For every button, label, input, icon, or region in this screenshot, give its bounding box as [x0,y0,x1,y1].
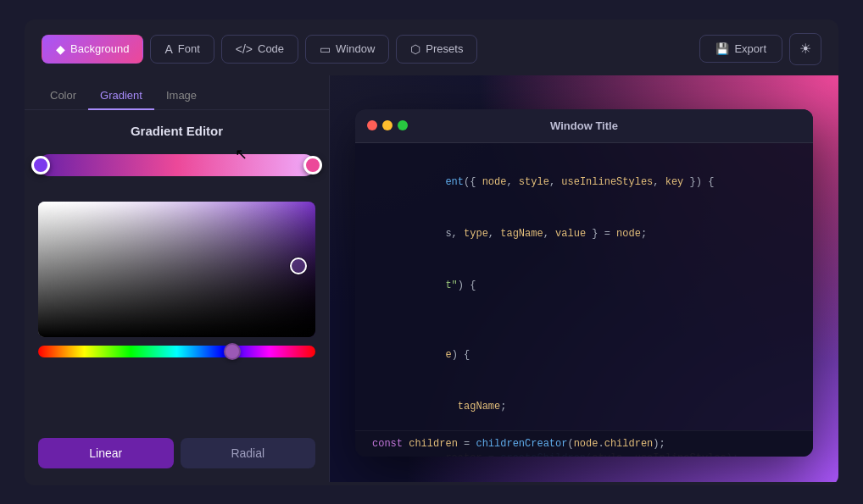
code-line-1: ent({ node, style, useInlineStyles, key … [372,157,796,208]
code-icon: </> [236,42,253,56]
presets-button[interactable]: ⬡ Presets [396,35,477,64]
gradient-stop-right[interactable] [303,156,322,174]
window-button[interactable]: ▭ Window [305,35,389,64]
code-content: ent({ node, style, useInlineStyles, key … [355,143,813,457]
font-icon: A [164,42,172,56]
code-button[interactable]: </> Code [221,35,298,64]
gradient-editor-title: Gradient Editor [25,110,329,148]
tab-color[interactable]: Color [38,82,88,110]
code-line-3: t") { [372,260,796,312]
preview-area: Window Title ent({ node, style, useInlin… [330,75,838,482]
saturation-overlay [38,202,315,337]
font-label: Font [178,42,200,55]
sun-icon: ☀ [799,41,811,57]
hue-slider-container [38,346,315,363]
theme-toggle-button[interactable]: ☀ [789,33,821,65]
color-picker-area [25,202,329,428]
background-icon: ◆ [56,42,65,56]
code-line-2: s, type, tagName, value } = node; [372,208,796,260]
gradient-stop-left[interactable] [31,156,50,174]
background-button[interactable]: ◆ Background [42,35,143,64]
background-label: Background [70,42,129,55]
gradient-bar-container [25,148,329,202]
toolbar: ◆ Background A Font </> Code ▭ Window ⬡ … [25,19,838,75]
linear-button[interactable]: Linear [38,438,174,468]
hue-thumb[interactable] [224,343,241,360]
panel-tabs: Color Gradient Image [25,75,329,110]
gradient-bar-wrapper [38,154,315,188]
export-button[interactable]: 💾 Export [699,35,782,63]
font-button[interactable]: A Font [150,35,214,64]
code-text: ent [445,176,464,188]
app-container: ◆ Background A Font </> Code ▭ Window ⬡ … [25,19,838,485]
main-area: Color Gradient Image Gradient Editor [25,75,838,482]
maximize-dot[interactable] [398,120,408,130]
export-label: Export [734,42,766,55]
code-window-titlebar: Window Title [355,109,813,143]
export-icon: 💾 [715,42,729,55]
code-line-5: tagName; [372,381,796,433]
bottom-code-line: const children = childrenCreator(node.ch… [355,430,813,457]
presets-icon: ⬡ [410,42,420,56]
gradient-type-buttons: Linear Radial [25,428,329,482]
window-icon: ▭ [320,42,331,56]
hue-slider[interactable] [38,346,315,357]
tab-image[interactable]: Image [154,82,209,110]
presets-label: Presets [426,42,463,55]
gradient-bar[interactable] [38,154,315,176]
window-title: Window Title [550,119,618,132]
code-line-blank1 [372,312,796,329]
window-controls [367,120,408,130]
code-window: Window Title ent({ node, style, useInlin… [355,109,813,457]
code-line-4: e) { [372,329,796,380]
window-label: Window [336,42,375,55]
saturation-picker[interactable] [38,202,315,337]
tab-gradient[interactable]: Gradient [88,82,154,110]
gradient-panel: Color Gradient Image Gradient Editor [25,75,330,482]
close-dot[interactable] [367,120,377,130]
code-label: Code [258,42,284,55]
minimize-dot[interactable] [382,120,393,130]
radial-button[interactable]: Radial [181,438,316,468]
